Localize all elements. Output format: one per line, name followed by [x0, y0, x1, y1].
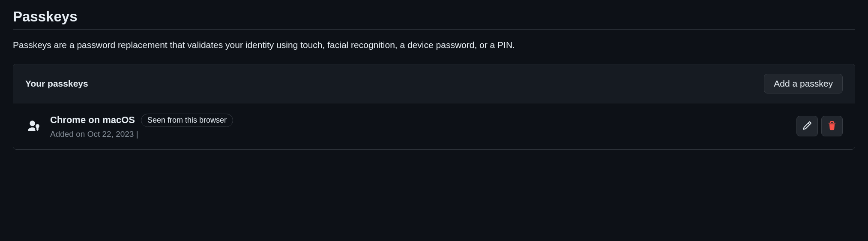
delete-passkey-button[interactable] — [821, 116, 843, 136]
svg-point-0 — [36, 124, 39, 128]
trash-icon — [827, 121, 837, 132]
panel-header-title: Your passkeys — [25, 78, 88, 89]
pencil-icon — [802, 121, 812, 132]
seen-from-browser-badge: Seen from this browser — [141, 114, 233, 127]
passkey-name-row: Chrome on macOS Seen from this browser — [50, 114, 788, 127]
panel-header: Your passkeys Add a passkey — [13, 64, 855, 103]
action-buttons — [796, 116, 843, 136]
passkey-info: Chrome on macOS Seen from this browser A… — [50, 114, 788, 139]
passkey-row: Chrome on macOS Seen from this browser A… — [13, 103, 855, 149]
passkey-icon — [25, 118, 42, 134]
passkeys-panel: Your passkeys Add a passkey Chrome on ma… — [13, 64, 855, 150]
passkey-meta: Added on Oct 22, 2023 | — [50, 130, 788, 139]
divider — [13, 29, 855, 30]
add-passkey-button[interactable]: Add a passkey — [764, 74, 843, 93]
page-title: Passkeys — [13, 9, 855, 25]
page-description: Passkeys are a password replacement that… — [13, 38, 855, 52]
passkey-name: Chrome on macOS — [50, 114, 135, 126]
edit-passkey-button[interactable] — [796, 116, 818, 136]
